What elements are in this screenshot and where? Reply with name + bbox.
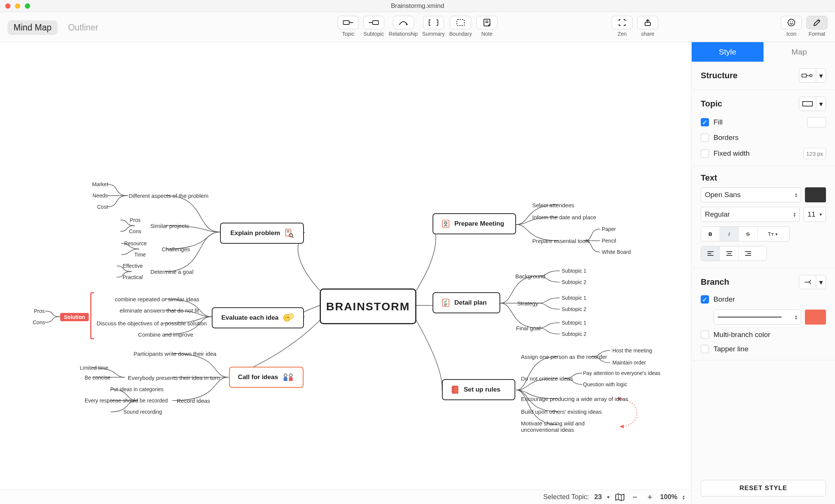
leaf-cons1[interactable]: Cons [129, 228, 141, 234]
detail-g0-l0[interactable]: Subtopic 1 [562, 268, 586, 274]
italic-button[interactable]: I [720, 227, 739, 241]
node-call-for-ideas[interactable]: Call for ideas [229, 367, 304, 388]
fill-color-swatch[interactable] [807, 117, 826, 128]
leaf-cost[interactable]: Cost [97, 204, 108, 210]
leaf-time[interactable]: Time [134, 252, 146, 258]
node-explain-problem[interactable]: Explain problem [220, 223, 304, 244]
strikethrough-button[interactable]: S [739, 227, 758, 241]
borders-checkbox[interactable] [701, 134, 709, 142]
prep-tools[interactable]: Prepare essential tools [532, 238, 590, 244]
tool-share[interactable]: share [637, 16, 658, 37]
map-outline-icon[interactable] [615, 493, 625, 501]
rules-i1[interactable]: Do not criticize ideas [521, 375, 573, 382]
fill-checkbox[interactable]: ✓ [701, 118, 709, 126]
zoom-stepper-icon[interactable]: ▴▾ [683, 495, 685, 500]
rules-i0[interactable]: Assign one person as the recorder [521, 354, 607, 360]
prep-i0[interactable]: Select attendees [532, 202, 574, 208]
node-detail-plan[interactable]: Detail plan [433, 292, 500, 313]
node-evaluate-each-idea[interactable]: Evaluate each idea [212, 307, 304, 328]
leaf-practical[interactable]: Practical [123, 274, 143, 280]
mid-goal[interactable]: Determine a goal [150, 269, 193, 275]
rules-i3[interactable]: Build upon others' existing ideas [521, 408, 602, 415]
detail-g1[interactable]: Strategy [517, 300, 538, 307]
call-b2-l1[interactable]: Every response should be recorded [85, 398, 168, 404]
border-color-swatch[interactable] [805, 310, 826, 325]
detail-g0[interactable]: Background [515, 273, 545, 279]
tool-zen[interactable]: Zen [612, 16, 633, 37]
rules-i1-l0[interactable]: Pay attention to everyone's ideas [583, 370, 660, 376]
call-b2[interactable]: Record ideas [177, 398, 210, 404]
call-b1[interactable]: Everybody presents their idea in turn [128, 375, 220, 381]
prep-l0[interactable]: Paper [602, 226, 616, 232]
tool-relationship[interactable]: Relationship [389, 16, 418, 37]
bold-button[interactable]: B [701, 227, 720, 241]
text-color-swatch[interactable] [805, 187, 826, 202]
zoom-out-button[interactable]: − [630, 492, 640, 502]
prep-i1[interactable]: Inform the date and place [532, 214, 596, 220]
leaf-effective[interactable]: Effective [123, 263, 143, 269]
font-family-select[interactable]: Open Sans ▴▾ [701, 187, 801, 202]
solution-label[interactable]: Solution [60, 313, 89, 321]
border-line-select[interactable]: ▴▾ [714, 310, 801, 325]
mid-similar[interactable]: Similar projects [150, 223, 189, 229]
font-size-select[interactable]: 11 ▾ [803, 207, 826, 222]
text-transform-button[interactable]: Tᴛ ▾ [758, 227, 788, 241]
leaf-sol-cons[interactable]: Cons [33, 319, 45, 325]
rules-i1-l1[interactable]: Question with logic [583, 381, 627, 387]
rules-i4[interactable]: Motivate sharing wild and unconventional… [521, 420, 617, 433]
node-prepare-meeting[interactable]: Prepare Meeting [433, 213, 516, 234]
leaf-needs[interactable]: Needs [93, 193, 108, 199]
tool-boundary[interactable]: Boundary [449, 16, 472, 37]
detail-g2[interactable]: Final goal [516, 325, 540, 331]
sidebar-tab-style[interactable]: Style [692, 42, 764, 62]
close-window-icon[interactable] [5, 3, 11, 9]
call-b2-l2[interactable]: Sound recording [123, 409, 162, 415]
tool-icon[interactable]: Icon [781, 16, 802, 37]
detail-g1-l1[interactable]: Subtopic 2 [562, 306, 586, 312]
structure-select[interactable]: ▾ [799, 68, 826, 83]
align-right-button[interactable] [739, 246, 758, 261]
call-b1-l0[interactable]: Limited time [80, 365, 108, 371]
detail-g1-l0[interactable]: Subtopic 1 [562, 295, 586, 301]
node-set-up-rules[interactable]: Set up rules [442, 379, 515, 400]
border-checkbox[interactable]: ✓ [701, 295, 709, 304]
tab-outliner[interactable]: Outliner [62, 20, 105, 35]
tool-summary[interactable]: Summary [422, 16, 445, 37]
eval-item-0[interactable]: combine repeated or similar ideas [115, 296, 199, 302]
detail-g2-l1[interactable]: Subtopic 2 [562, 331, 586, 337]
fixed-width-checkbox[interactable] [701, 149, 709, 158]
eval-item-2[interactable]: Discuss the objectives of a possible sol… [97, 320, 207, 326]
call-b2-l0[interactable]: Put ideas in categories [110, 386, 164, 392]
detail-g0-l1[interactable]: Subtopic 2 [562, 279, 586, 285]
multi-branch-checkbox[interactable] [701, 331, 709, 339]
leaf-resource[interactable]: Resource [124, 240, 147, 246]
font-weight-select[interactable]: Regular ▴▾ [701, 207, 800, 222]
tool-format[interactable]: Format [806, 16, 827, 37]
prep-l1[interactable]: Pencil [602, 238, 616, 244]
eval-item-1[interactable]: eliminate answers that do not fit [120, 307, 199, 314]
chevron-down-icon[interactable]: ▾ [607, 494, 610, 500]
align-left-button[interactable] [701, 246, 720, 261]
rules-i0-l1[interactable]: Maintain order [612, 360, 646, 366]
sidebar-tab-map[interactable]: Map [764, 42, 835, 62]
prep-l2[interactable]: White Board [602, 249, 631, 255]
node-central[interactable]: BRAINSTORM [320, 288, 416, 324]
branch-style-select[interactable]: ▾ [799, 275, 826, 289]
reset-style-button[interactable]: RESET STYLE [701, 480, 826, 496]
call-b0[interactable]: Participants write down their idea [134, 351, 216, 357]
tab-mind-map[interactable]: Mind Map [8, 20, 58, 35]
call-b1-l1[interactable]: Be concise [85, 375, 110, 381]
tool-subtopic[interactable]: Subtopic [363, 16, 384, 37]
topic-shape-select[interactable]: ▾ [799, 97, 826, 111]
rules-i0-l0[interactable]: Host the meeting [612, 348, 652, 354]
detail-g2-l0[interactable]: Subtopic 1 [562, 320, 586, 326]
align-center-button[interactable] [720, 246, 739, 261]
leaf-sol-pros[interactable]: Pros [34, 308, 45, 314]
fixed-width-input[interactable] [803, 148, 826, 159]
mid-challenges[interactable]: Challenges [162, 246, 190, 252]
leaf-pros1[interactable]: Pros [130, 217, 141, 223]
eval-item-3[interactable]: Combine and improve [138, 331, 193, 338]
mid-aspects[interactable]: Different aspects of the problem [129, 193, 208, 199]
leaf-market[interactable]: Market [92, 181, 108, 187]
tool-note[interactable]: Note [476, 16, 497, 37]
